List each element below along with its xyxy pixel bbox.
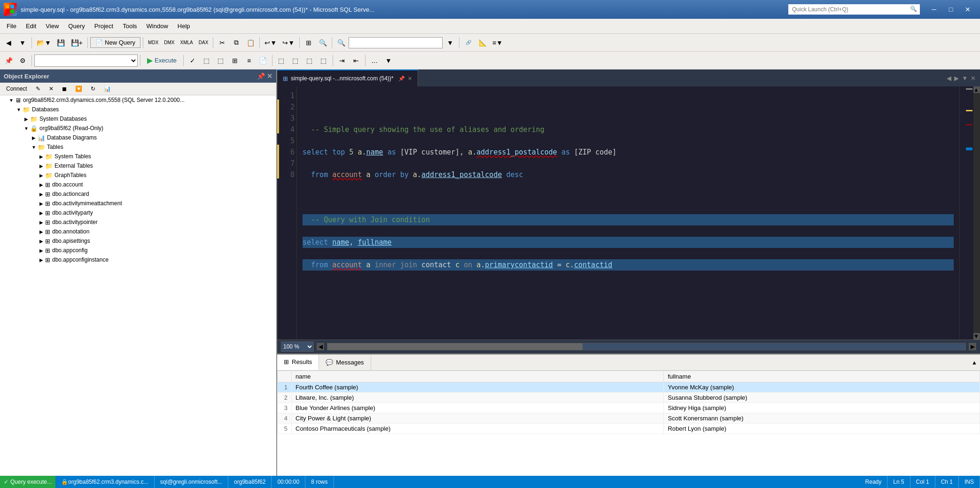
tree-dbo-activityparty[interactable]: ▶ ⊞ dbo.activityparty (0, 208, 276, 217)
quick-launch-input[interactable] (788, 4, 920, 15)
col-align3-button[interactable]: ⬚ (303, 54, 316, 67)
tab-scroll-right-icon[interactable]: ▶ (954, 75, 959, 82)
minimize-button[interactable]: ─ (926, 2, 942, 16)
new-query-button[interactable]: 📄 New Query (90, 37, 140, 48)
result-row-3[interactable]: 3 Blue Yonder Airlines (sample) Sidney H… (278, 403, 980, 413)
connect-dropdown-button[interactable]: Connect (3, 84, 31, 93)
menu-edit[interactable]: Edit (21, 21, 41, 31)
horizontal-scrollbar[interactable] (327, 343, 966, 350)
mdx2-button[interactable]: DMX (162, 36, 177, 49)
tree-server[interactable]: ▼ 🖥 org9ba85f62.crm3.dynamics.com,5558 (… (0, 95, 276, 105)
oe-new-query-icon[interactable]: ✎ (32, 84, 44, 93)
menu-window[interactable]: Window (142, 21, 173, 31)
tree-databases[interactable]: ▼ 📁 Databases (0, 105, 276, 114)
dax-button[interactable]: DAX (196, 36, 211, 49)
save-button[interactable]: 💾 (54, 36, 68, 49)
oe-refresh-icon[interactable]: ↻ (87, 84, 99, 93)
menu-project[interactable]: Project (90, 21, 118, 31)
scrollbar-thumb[interactable] (327, 343, 583, 350)
unindent-button[interactable]: ⇤ (350, 54, 363, 67)
tree-dbo-activitymimeattachment[interactable]: ▶ ⊞ dbo.activitymimeattachment (0, 199, 276, 208)
results-tab[interactable]: ⊞ Results (277, 355, 319, 370)
search-input[interactable] (349, 37, 443, 48)
col-name-header[interactable]: name (292, 371, 664, 382)
tab-pin-icon[interactable]: 📌 (398, 76, 405, 82)
indent-button[interactable]: ⇥ (335, 54, 349, 67)
col-align-button[interactable]: ⬚ (275, 54, 288, 67)
maximize-button[interactable]: □ (942, 2, 959, 16)
close-button[interactable]: ✕ (959, 2, 976, 16)
zoom-select[interactable]: 100 % 75 % 150 % (281, 341, 314, 352)
search-dropdown[interactable]: ▼ (443, 36, 457, 49)
file-results-button[interactable]: 📄 (257, 54, 270, 67)
tree-dbo-account[interactable]: ▶ ⊞ dbo.account (0, 180, 276, 189)
result-row-4[interactable]: 4 City Power & Light (sample) Scott Kone… (278, 413, 980, 424)
menu-file[interactable]: File (2, 21, 21, 31)
tab-dropdown-icon[interactable]: ▼ (962, 75, 968, 82)
tree-external-tables[interactable]: ▶ 📁 External Tables (0, 161, 276, 170)
results-expand-icon[interactable]: ▲ (969, 355, 980, 370)
oe-stop-icon[interactable]: ◼ (59, 84, 70, 93)
settings-button[interactable]: ⚙ (16, 54, 29, 67)
tab-scroll-left-icon[interactable]: ◀ (947, 75, 951, 82)
tree-tables[interactable]: ▼ 📁 Tables (0, 142, 276, 152)
copy-button[interactable]: ⧉ (230, 36, 243, 49)
debug2-button[interactable]: ⬚ (214, 54, 227, 67)
undo-button[interactable]: ↩▼ (262, 36, 279, 49)
results-table-wrap[interactable]: name fullname 1 Fourth Coffee (sample) Y… (277, 371, 980, 476)
tree-dbo-actioncard[interactable]: ▶ ⊞ dbo.actioncard (0, 189, 276, 199)
cut-button[interactable]: ✂ (216, 36, 229, 49)
mdx-button[interactable]: MDX (146, 36, 161, 49)
results-button[interactable]: ⊞ (302, 36, 315, 49)
pin-button[interactable]: 📌 (2, 54, 15, 67)
grid-results-button[interactable]: ⊞ (228, 54, 241, 67)
more-button[interactable]: ≡▼ (490, 36, 505, 49)
check-syntax-button[interactable]: ✓ (186, 54, 199, 67)
oe-filter-icon[interactable]: 🔽 (72, 84, 86, 93)
menu-view[interactable]: View (41, 21, 63, 31)
scroll-right-button[interactable]: ▶ (969, 343, 976, 350)
scroll-left-button[interactable]: ◀ (317, 343, 324, 350)
more2-button[interactable]: … (368, 54, 381, 67)
text-results-button[interactable]: ≡ (242, 54, 256, 67)
result-row-2[interactable]: 2 Litware, Inc. (sample) Susanna Stubber… (278, 393, 980, 403)
scroll-down-button[interactable]: ▼ (973, 333, 980, 340)
execute-button[interactable]: ▶ Execute (143, 54, 181, 67)
tab-close-icon[interactable]: ✕ (408, 76, 412, 82)
tree-dbo-activitypointer[interactable]: ▶ ⊞ dbo.activitypointer (0, 217, 276, 227)
scroll-up-button[interactable]: ▲ (973, 86, 980, 93)
tree-dbo-appconfig[interactable]: ▶ ⊞ dbo.appconfig (0, 246, 276, 255)
redo-button[interactable]: ↪▼ (280, 36, 297, 49)
save-all-button[interactable]: 💾+ (69, 36, 85, 49)
tree-org-db[interactable]: ▼ 🔒 org9ba85f62 (Read-Only) (0, 124, 276, 133)
tree-system-databases[interactable]: ▶ 📁 System Databases (0, 114, 276, 124)
result-row-5[interactable]: 5 Contoso Pharmaceuticals (sample) Rober… (278, 424, 980, 434)
tab-close-all-icon[interactable]: ✕ (971, 75, 976, 82)
oe-disconnect-icon[interactable]: ✕ (46, 84, 57, 93)
menu-tools[interactable]: Tools (118, 21, 141, 31)
debug-button[interactable]: 🔍 (316, 36, 329, 49)
database-selector[interactable]: org9ba85f62 (34, 54, 138, 67)
more3-button[interactable]: ▼ (382, 54, 395, 67)
menu-help[interactable]: Help (173, 21, 195, 31)
tree-dbo-annotation[interactable]: ▶ ⊞ dbo.annotation (0, 227, 276, 236)
result-row-1[interactable]: 1 Fourth Coffee (sample) Yvonne McKay (s… (278, 382, 980, 393)
format-button[interactable]: 📐 (476, 36, 489, 49)
col-align2-button[interactable]: ⬚ (289, 54, 302, 67)
tree-dbo-apisettings[interactable]: ▶ ⊞ dbo.apisettings (0, 236, 276, 246)
parse-button[interactable]: ⬚ (200, 54, 213, 67)
col-fullname-header[interactable]: fullname (664, 371, 980, 382)
code-content[interactable]: -- Simple query showing the use of alias… (297, 86, 959, 340)
tree-system-tables[interactable]: ▶ 📁 System Tables (0, 152, 276, 161)
tree-dbo-appconfiginstance[interactable]: ▶ ⊞ dbo.appconfiginstance (0, 255, 276, 264)
col-align4-button[interactable]: ⬚ (317, 54, 330, 67)
xmla-button[interactable]: XMLA (178, 36, 195, 49)
messages-tab[interactable]: 💬 Messages (319, 355, 371, 370)
paste-button[interactable]: 📋 (244, 36, 257, 49)
tree-db-diagrams[interactable]: ▶ 📊 Database Diagrams (0, 133, 276, 142)
connect-button[interactable]: 🔗 (462, 36, 475, 49)
search-button[interactable]: 🔍 (334, 36, 348, 49)
oe-close-icon[interactable]: ✕ (267, 72, 272, 80)
oe-activity-icon[interactable]: 📊 (101, 84, 114, 93)
menu-query[interactable]: Query (63, 21, 89, 31)
